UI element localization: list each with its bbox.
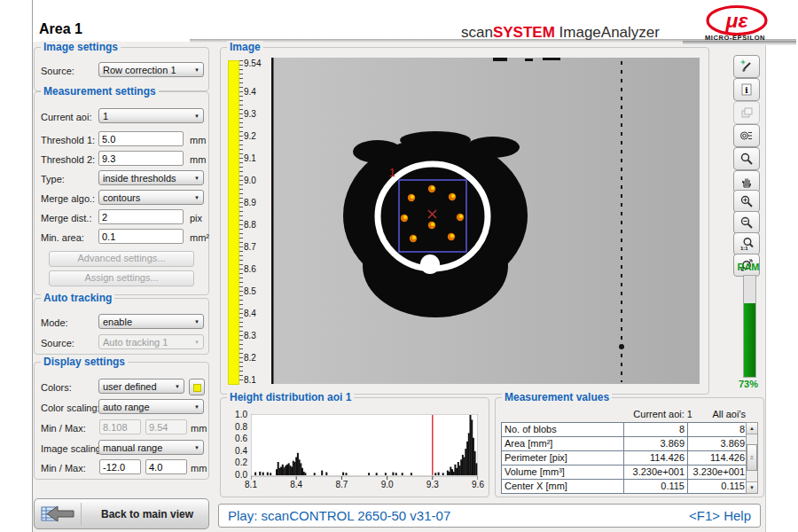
chevron-down-icon: ▼ <box>194 113 200 119</box>
merge-algo-select[interactable]: contours▼ <box>98 190 204 205</box>
image-max-field[interactable] <box>145 459 187 474</box>
svg-text:i: i <box>745 85 748 95</box>
current-aoi-select[interactable]: 1▼ <box>98 108 204 123</box>
threshold1-label: Threshold 1: <box>41 135 95 145</box>
threshold2-label: Threshold 2: <box>41 154 95 165</box>
image-scaling-select[interactable]: manual range▼ <box>98 440 204 455</box>
page-title: Area 1 <box>39 21 82 37</box>
back-to-main-view-button[interactable]: Back to main view <box>34 498 209 529</box>
image-canvas[interactable]: 1 <box>271 58 700 384</box>
colors-select[interactable]: user defined▼ <box>98 379 184 394</box>
row-value: 3.230e+001 <box>624 466 688 479</box>
colorbar-tick-label: 8.5 <box>244 286 256 296</box>
info-button[interactable]: i <box>733 78 760 101</box>
source-label: Source: <box>41 66 74 76</box>
image-minmax-label: Min / Max: <box>41 463 86 473</box>
magnifier-icon <box>739 152 754 166</box>
scroll-up-icon[interactable]: ▲ <box>747 423 757 434</box>
find-button[interactable] <box>733 147 760 170</box>
zoom-1to1-icon: 1:1 <box>739 237 754 251</box>
svg-text:1:1: 1:1 <box>740 246 748 251</box>
brand-rest: ImageAnalyzer <box>555 24 660 41</box>
threshold1-field[interactable] <box>98 131 184 146</box>
app-window: Area 1 scanSYSTEM ImageAnalyzer με MICRO… <box>0 0 798 532</box>
zoom-out-button[interactable] <box>733 211 760 234</box>
group-title: Display settings <box>41 356 128 368</box>
histogram-x-tick-label: 8.4 <box>284 480 309 489</box>
tracking-source-select: Auto tracking 1▼ <box>98 334 204 349</box>
table-row: Perimeter [pix]114.426114.426 <box>502 451 747 466</box>
color-swatch-button[interactable] <box>189 379 205 395</box>
help-link[interactable]: <F1> Help <box>689 508 751 523</box>
colorbar-tick-label: 8.8 <box>244 220 256 230</box>
zoom-1to1-button[interactable]: 1:1 <box>733 232 760 255</box>
color-max-field <box>145 419 187 434</box>
assign-settings-button: Assign settings... <box>49 270 194 286</box>
canvas-left-edge <box>271 58 274 384</box>
threshold1-unit: mm <box>190 135 206 145</box>
noise-speckle <box>525 59 533 61</box>
pan-hand-icon <box>739 175 754 189</box>
table-row: Area [mm²]3.8693.869 <box>502 437 747 451</box>
histogram-y-axis: 1.00.80.60.40.20.0 <box>226 414 247 476</box>
colorbar-tick-label: 9.1 <box>244 153 256 163</box>
merge-dist-label: Merge dist.: <box>41 213 91 223</box>
color-minmax-label: Min / Max: <box>41 423 86 434</box>
back-arrow-icon <box>40 505 75 524</box>
histogram-y-tick-label: 0.8 <box>228 422 247 432</box>
row-value: 3.869 <box>688 437 747 450</box>
tracking-mode-select[interactable]: enable▼ <box>98 314 204 329</box>
window-copy-icon <box>739 106 754 120</box>
image-min-field[interactable] <box>99 459 141 474</box>
profile-filter-button[interactable] <box>733 124 760 147</box>
colors-label: Colors: <box>41 382 72 393</box>
measure-picker-button[interactable] <box>733 55 760 78</box>
row-value: 114.426 <box>624 451 688 465</box>
image-source-select[interactable]: Row correction 1▼ <box>98 62 204 77</box>
chevron-down-icon: ▼ <box>194 67 200 73</box>
info-icon: i <box>739 82 754 97</box>
white-notch <box>420 254 440 274</box>
colorbar-tick-label: 8.7 <box>244 242 256 252</box>
row-value: 8 <box>624 423 688 436</box>
color-scaling-label: Color scaling: <box>41 403 100 413</box>
current-aoi-label: Current aoi: <box>41 112 91 122</box>
color-scaling-select[interactable]: auto range▼ <box>98 399 204 414</box>
measurement-values-table: No. of blobs88Area [mm²]3.8693.869Perime… <box>501 422 747 494</box>
threshold2-unit: mm <box>190 154 206 165</box>
histogram-x-tick-label: 8.1 <box>239 480 263 489</box>
type-select[interactable]: inside thresholds▼ <box>98 170 204 185</box>
scrollbar-thumb[interactable]: ≡ <box>747 444 757 471</box>
group-title: Auto tracking <box>41 292 114 304</box>
colorbar-tick-label: 8.4 <box>244 309 256 318</box>
min-area-field[interactable] <box>98 229 184 244</box>
ram-percent: 73% <box>729 379 768 389</box>
group-title: Image <box>227 41 263 53</box>
window-copy-button <box>733 101 760 124</box>
row-label: Perimeter [pix] <box>502 451 624 465</box>
histogram-x-tick-label: 9.6 <box>466 480 490 489</box>
scroll-down-icon[interactable]: ▼ <box>747 481 757 493</box>
colorbar-tick-label: 8.2 <box>244 353 256 363</box>
chevron-down-icon: ▼ <box>194 195 200 200</box>
min-area-unit: mm² <box>190 232 209 243</box>
micro-epsilon-logo-icon: με <box>703 3 771 36</box>
auto-tracking-group: Auto tracking Mode: enable▼ Source: Auto… <box>34 298 209 355</box>
brand-scan: scan <box>461 24 493 41</box>
tracking-source-label: Source: <box>41 338 74 348</box>
ram-label: RAM <box>731 262 766 272</box>
threshold2-field[interactable] <box>98 151 184 166</box>
back-button-label: Back to main view <box>101 508 193 520</box>
group-title: Height distribution aoi 1 <box>227 391 354 403</box>
table-scrollbar[interactable]: ▲ ≡ ▼ <box>746 422 758 494</box>
histogram-x-tick-label: 9.0 <box>375 480 400 489</box>
colorbar-tick-label: 9.2 <box>244 131 256 141</box>
merge-dist-unit: pix <box>190 213 202 223</box>
image-group: Image 9.549.49.39.29.19.08.98.88.78.68.5… <box>220 47 709 395</box>
merge-dist-field[interactable] <box>98 209 184 224</box>
histogram-y-tick-label: 0.0 <box>228 470 247 480</box>
ram-fill <box>744 303 755 377</box>
row-label: Volume [mm³] <box>502 466 624 479</box>
row-value: 114.426 <box>688 451 747 465</box>
zoom-in-button[interactable] <box>733 190 760 213</box>
